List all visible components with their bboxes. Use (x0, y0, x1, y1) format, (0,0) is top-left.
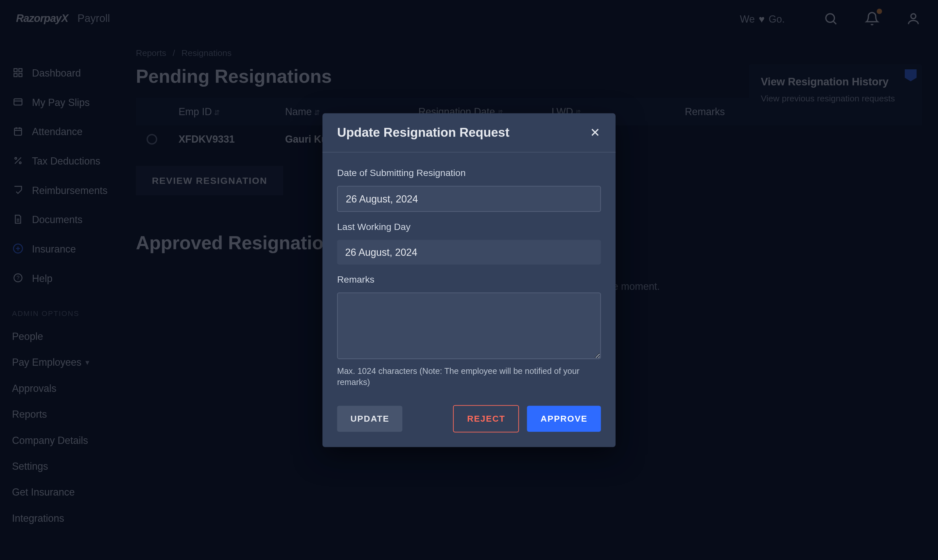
update-button[interactable]: UPDATE (337, 405, 403, 431)
reject-button[interactable]: REJECT (453, 405, 519, 432)
approve-button[interactable]: APPROVE (527, 405, 601, 431)
remarks-hint: Max. 1024 characters (Note: The employee… (337, 365, 601, 389)
modal-overlay: Update Resignation Request ✕ Date of Sub… (0, 0, 938, 560)
lwd-label: Last Working Day (337, 221, 601, 232)
modal-title: Update Resignation Request (337, 125, 509, 140)
update-resignation-modal: Update Resignation Request ✕ Date of Sub… (323, 113, 615, 447)
date-label: Date of Submitting Resignation (337, 167, 601, 178)
remarks-label: Remarks (337, 274, 601, 284)
resignation-date-input[interactable] (337, 185, 601, 211)
last-working-day-field: 26 August, 2024 (337, 240, 601, 264)
remarks-textarea[interactable] (337, 292, 601, 359)
close-icon[interactable]: ✕ (589, 126, 601, 138)
